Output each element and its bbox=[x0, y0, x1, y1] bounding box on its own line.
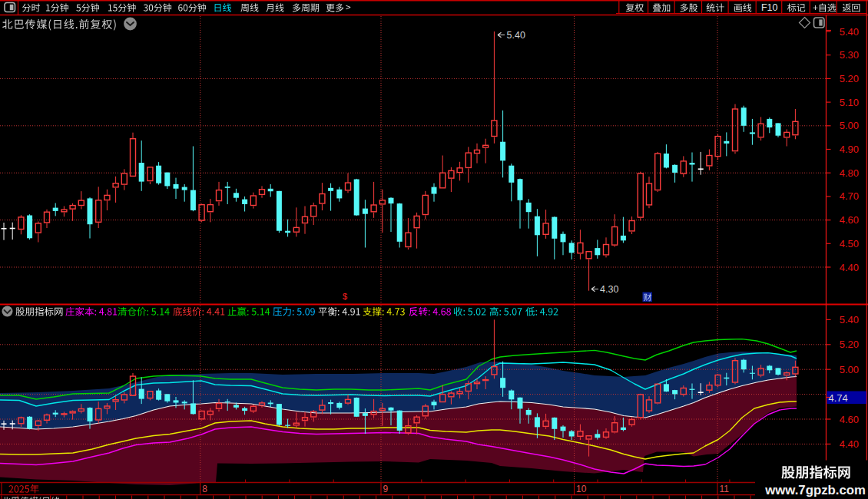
svg-text:4.60: 4.60 bbox=[840, 214, 859, 226]
svg-text:9: 9 bbox=[383, 484, 389, 494]
svg-text:4.70: 4.70 bbox=[840, 190, 859, 202]
svg-text:5.40: 5.40 bbox=[840, 26, 859, 38]
svg-text:8: 8 bbox=[202, 484, 207, 494]
svg-text:www.7gpzb.com: www.7gpzb.com bbox=[764, 483, 866, 497]
svg-text:10: 10 bbox=[576, 484, 587, 494]
svg-text:5.40: 5.40 bbox=[840, 314, 859, 326]
svg-text:5.30: 5.30 bbox=[840, 49, 859, 61]
svg-text:5.10: 5.10 bbox=[840, 97, 859, 108]
svg-text:4.60: 4.60 bbox=[840, 414, 859, 425]
svg-text:5.20: 5.20 bbox=[840, 339, 859, 350]
svg-text:5.20: 5.20 bbox=[840, 73, 859, 84]
svg-text:5.40: 5.40 bbox=[507, 30, 525, 41]
svg-text:4.40: 4.40 bbox=[840, 438, 859, 450]
svg-text:4.80: 4.80 bbox=[840, 167, 859, 179]
svg-text:4.30: 4.30 bbox=[600, 284, 618, 295]
svg-text:4.50: 4.50 bbox=[840, 238, 859, 250]
svg-text:4.74: 4.74 bbox=[829, 392, 848, 404]
svg-text:F10: F10 bbox=[761, 2, 778, 13]
svg-text:5.00: 5.00 bbox=[840, 364, 859, 375]
svg-text:4.40: 4.40 bbox=[840, 262, 859, 273]
svg-text:5.00: 5.00 bbox=[840, 120, 859, 131]
svg-text:11: 11 bbox=[720, 484, 730, 494]
svg-text:4.90: 4.90 bbox=[840, 144, 859, 155]
svg-text:$: $ bbox=[343, 292, 347, 301]
